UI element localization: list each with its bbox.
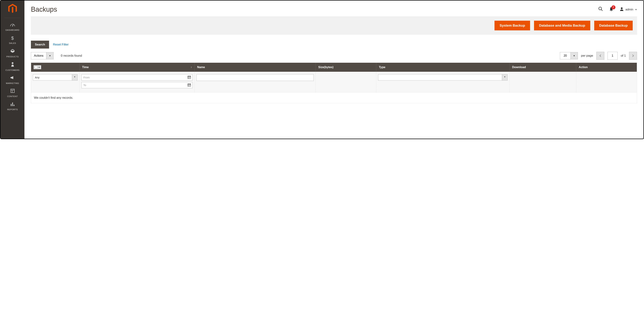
column-header-size[interactable]: Size(bytes) xyxy=(316,63,376,72)
user-menu[interactable]: admin ▼ xyxy=(620,7,637,12)
column-header-action: Action xyxy=(576,63,637,72)
svg-rect-18 xyxy=(190,77,190,78)
nav-customers[interactable]: CUSTOMERS xyxy=(0,60,24,73)
page-total-label: of 1 xyxy=(621,54,626,58)
page-size-select[interactable]: ▼ xyxy=(560,52,578,59)
database-backup-button[interactable]: Database Backup xyxy=(594,21,633,30)
svg-rect-19 xyxy=(188,78,189,78)
nav-content[interactable]: CONTENT xyxy=(0,86,24,99)
nav-reports[interactable]: REPORTS xyxy=(0,99,24,112)
caret-down-icon: ▼ xyxy=(635,9,637,11)
column-header-select: ▼ xyxy=(31,63,80,72)
nav-marketing-label: MARKETING xyxy=(6,82,19,84)
grid-header-row: ▼ Time ↑ Name Size(bytes) Type Download … xyxy=(31,63,637,72)
sort-arrow-icon: ↑ xyxy=(191,66,192,69)
prev-page-button[interactable] xyxy=(596,52,604,60)
reset-filter-link[interactable]: Reset Filter xyxy=(53,43,69,46)
chevron-down-icon[interactable]: ▼ xyxy=(502,74,508,80)
mass-actions-label[interactable]: Actions xyxy=(31,52,46,59)
filter-row: Search Reset Filter xyxy=(31,41,637,49)
page-header: Backups 7 admin ▼ xyxy=(31,1,637,17)
database-media-backup-button[interactable]: Database and Media Backup xyxy=(534,21,590,30)
chevron-down-icon[interactable]: ▼ xyxy=(72,74,78,80)
notification-badge: 7 xyxy=(612,6,616,9)
sidebar-divider xyxy=(4,18,21,18)
svg-rect-25 xyxy=(188,85,189,85)
svg-rect-3 xyxy=(11,89,14,93)
svg-rect-29 xyxy=(189,86,190,86)
page-size-input[interactable] xyxy=(560,52,570,59)
magento-logo-icon xyxy=(8,4,17,15)
svg-line-10 xyxy=(601,10,602,11)
svg-rect-7 xyxy=(12,103,13,106)
layout-icon xyxy=(10,89,15,94)
svg-rect-8 xyxy=(14,105,14,106)
admin-sidebar: DASHBOARD $ SALES PRODUCTS CUSTOMERS MAR… xyxy=(0,1,24,139)
column-header-time[interactable]: Time ↑ xyxy=(80,63,194,72)
nav-reports-label: REPORTS xyxy=(7,108,18,111)
nav-customers-label: CUSTOMERS xyxy=(6,69,20,71)
header-actions: 7 admin ▼ xyxy=(598,7,637,13)
gauge-icon xyxy=(10,22,15,28)
system-backup-button[interactable]: System Backup xyxy=(494,21,530,30)
svg-rect-28 xyxy=(188,86,189,86)
grid-toolbar: Actions ▼ 0 records found ▼ per page of … xyxy=(31,52,637,60)
dollar-icon: $ xyxy=(11,36,14,41)
svg-rect-6 xyxy=(11,104,12,106)
filter-select-any[interactable]: Any ▼ xyxy=(33,74,78,81)
mass-actions-toggle[interactable]: ▼ xyxy=(46,52,53,59)
grid-filter-row: Any ▼ xyxy=(31,72,637,92)
nav-dashboard[interactable]: DASHBOARD xyxy=(0,20,24,33)
filter-date-to-input[interactable] xyxy=(82,82,186,88)
filter-date-to[interactable] xyxy=(82,82,192,88)
column-header-name[interactable]: Name xyxy=(194,63,316,72)
filter-name-input[interactable] xyxy=(196,74,314,81)
grid-empty-message: We couldn't find any records. xyxy=(31,92,637,103)
column-header-type[interactable]: Type xyxy=(376,63,510,72)
filter-type-select[interactable]: ▼ xyxy=(378,74,508,81)
megaphone-icon xyxy=(10,76,15,81)
svg-point-11 xyxy=(621,7,622,9)
svg-point-2 xyxy=(12,62,14,64)
calendar-icon[interactable] xyxy=(186,83,192,87)
user-name: admin xyxy=(626,8,634,11)
backups-grid: ▼ Time ↑ Name Size(bytes) Type Download … xyxy=(31,63,637,103)
notifications-button[interactable]: 7 xyxy=(609,7,613,12)
nav-sales-label: SALES xyxy=(9,42,16,44)
bar-chart-icon xyxy=(10,102,15,107)
column-header-download: Download xyxy=(510,63,576,72)
nav-products-label: PRODUCTS xyxy=(6,56,19,58)
backup-action-bar: System Backup Database and Media Backup … xyxy=(31,17,637,35)
box-icon xyxy=(10,49,15,55)
select-all-checkbox[interactable]: ▼ xyxy=(34,65,41,69)
search-icon[interactable] xyxy=(598,7,603,13)
nav-content-label: CONTENT xyxy=(7,95,18,97)
search-button[interactable]: Search xyxy=(31,41,49,49)
nav-dashboard-label: DASHBOARD xyxy=(6,29,20,31)
svg-rect-27 xyxy=(190,85,190,85)
current-page-input[interactable] xyxy=(608,52,618,60)
nav-sales[interactable]: $ SALES xyxy=(0,33,24,46)
next-page-button[interactable] xyxy=(629,52,637,60)
page-title: Backups xyxy=(31,6,57,13)
filter-date-from[interactable] xyxy=(82,74,192,81)
svg-point-1 xyxy=(12,26,13,26)
per-page-label: per page xyxy=(581,54,593,58)
calendar-icon[interactable] xyxy=(186,75,192,80)
nav-products[interactable]: PRODUCTS xyxy=(0,46,24,60)
svg-rect-17 xyxy=(189,77,190,78)
main-content: Backups 7 admin ▼ xyxy=(24,1,644,139)
filter-date-from-input[interactable] xyxy=(82,74,186,80)
mass-actions-select[interactable]: Actions ▼ xyxy=(31,52,54,59)
svg-rect-16 xyxy=(188,77,189,78)
user-icon xyxy=(620,7,624,12)
svg-point-9 xyxy=(599,7,602,10)
records-found-text: 0 records found xyxy=(61,54,82,58)
page-size-toggle[interactable]: ▼ xyxy=(570,52,578,59)
person-icon xyxy=(11,62,14,68)
svg-rect-26 xyxy=(189,85,190,85)
svg-rect-20 xyxy=(189,78,190,78)
nav-marketing[interactable]: MARKETING xyxy=(0,73,24,86)
